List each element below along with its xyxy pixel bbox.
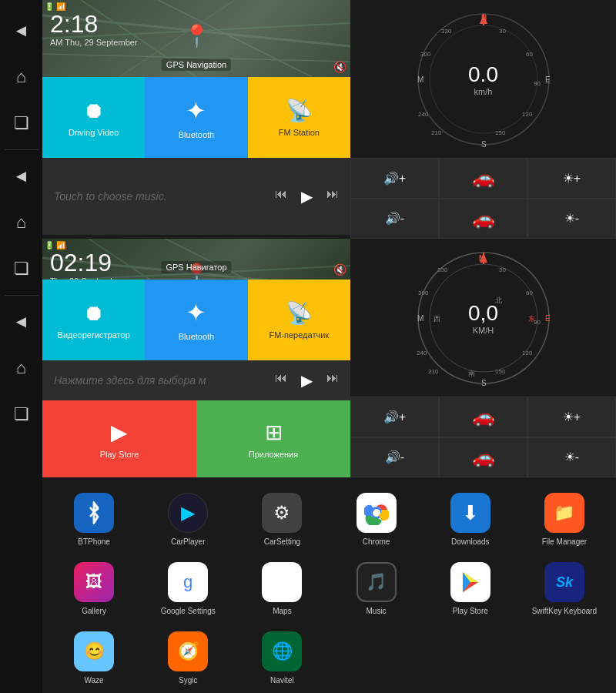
- app-grid-row-3: 😊 Waze 🧭 Sygic 🌐 Navitel: [50, 628, 608, 689]
- gps-map-1: 🔋📶 2:18 AM Thu, 29 September 📍 GPS Navig…: [42, 0, 350, 77]
- svg-text:西: 西: [434, 315, 440, 323]
- carsetting-label: CarSetting: [264, 537, 300, 547]
- car-icon-btn-3[interactable]: 🚗: [439, 397, 527, 437]
- swiftkey-icon: Sk: [544, 562, 584, 602]
- play-store-tile-2[interactable]: ▶ Play Store: [42, 400, 196, 477]
- sidebar-divider-1: [5, 149, 38, 150]
- svg-text:E: E: [545, 75, 551, 84]
- play-btn-2[interactable]: ▶: [301, 371, 313, 390]
- play-btn-1[interactable]: ▶: [301, 187, 313, 206]
- sidebar-home-btn-3[interactable]: ⌂: [0, 345, 42, 391]
- play-store-label-2: Play Store: [100, 450, 139, 459]
- clock-1: 2:18 AM Thu, 29 September: [50, 12, 138, 47]
- app-item-chrome[interactable]: Chrome: [332, 489, 420, 551]
- brightness-up-btn-1[interactable]: ☀+: [527, 158, 616, 199]
- app-item-playstore[interactable]: Play Store: [427, 558, 514, 620]
- apps-tile-2[interactable]: ⊞ Приложения: [196, 400, 350, 477]
- sidebar-recents-btn-2[interactable]: ❏: [0, 246, 42, 292]
- svg-text:300: 300: [420, 51, 431, 58]
- prev-btn-1[interactable]: ⏮: [275, 187, 287, 206]
- app-item-carplayer[interactable]: ▶ CarPlayer: [144, 489, 232, 551]
- speedometer-1: N E S M 30 60 90 120 150 330 300 240 210: [350, 0, 616, 158]
- app-item-sygic[interactable]: 🧭 Sygic: [144, 628, 232, 689]
- swiftkey-label: SwiftKey Keyboard: [532, 607, 598, 616]
- vol-down-btn-1[interactable]: 🔊-: [350, 199, 439, 239]
- svg-text:240: 240: [418, 111, 429, 118]
- vol-up-btn-1[interactable]: 🔊+: [350, 158, 439, 199]
- waze-icon: 😊: [74, 631, 114, 671]
- svg-text:330: 330: [437, 266, 448, 273]
- top-section: 🔋📶 2:18 AM Thu, 29 September 📍 GPS Navig…: [42, 0, 616, 239]
- app-grid-row-2: 🖼 Gallery g Google Settings 🗺 Maps: [50, 558, 608, 620]
- sidebar-home-btn-2[interactable]: ⌂: [0, 199, 42, 246]
- app-item-maps[interactable]: 🗺 Maps: [238, 558, 326, 620]
- music-controls-1: ⏮ ▶ ⏭: [275, 187, 339, 206]
- speed-value-2: 0,0: [468, 301, 498, 326]
- panel-2: 🔋📶 02:19 Thu, 29 September 📍 GPS Навигат…: [42, 239, 350, 477]
- svg-text:120: 120: [522, 350, 533, 357]
- brightness-down-btn-2[interactable]: ☀-: [527, 437, 616, 478]
- radio-icon-2: 📡: [286, 300, 313, 326]
- sidebar: ◄ ⌂ ❏ ◄ ⌂ ❏ ◄ ⌂ ❏: [0, 0, 42, 693]
- app-grid-row-1: BTPhone ▶ CarPlayer ⚙ CarSetting: [50, 489, 608, 551]
- apps-label-2: Приложения: [249, 450, 298, 459]
- sidebar-back-btn-1[interactable]: ◄: [0, 8, 42, 54]
- vol-down-btn-2[interactable]: 🔊-: [350, 437, 439, 478]
- app-item-carsetting[interactable]: ⚙ CarSetting: [238, 489, 326, 551]
- app-item-filemanager[interactable]: 📁 File Manager: [521, 489, 608, 551]
- sidebar-divider-2: [5, 295, 38, 296]
- panel-2-right: N E S M 北 东 南 西 30 60 90 120 150: [350, 239, 616, 477]
- svg-text:240: 240: [417, 350, 427, 357]
- brightness-down-btn-1[interactable]: ☀-: [527, 199, 616, 239]
- music-label: Music: [367, 607, 387, 616]
- bluetooth-label-2: Bluetooth: [179, 332, 214, 341]
- fm-station-tile[interactable]: 📡 FM Station: [248, 77, 350, 158]
- bluetooth-tile-2[interactable]: ✦ Bluetooth: [145, 280, 247, 360]
- next-btn-1[interactable]: ⏭: [326, 187, 339, 206]
- waze-label: Waze: [84, 676, 103, 685]
- svg-text:30: 30: [499, 266, 506, 273]
- vol-up-btn-2[interactable]: 🔊+: [350, 397, 439, 437]
- app-item-waze[interactable]: 😊 Waze: [50, 628, 138, 689]
- sidebar-recents-btn-1[interactable]: ❏: [0, 100, 42, 146]
- svg-text:S: S: [481, 140, 487, 149]
- bluetooth-tile-1[interactable]: ✦ Bluetooth: [145, 77, 247, 158]
- prev-btn-2[interactable]: ⏮: [275, 371, 287, 390]
- carsetting-icon: ⚙: [262, 493, 302, 533]
- app-item-navitel[interactable]: 🌐 Navitel: [238, 628, 326, 689]
- next-btn-2[interactable]: ⏭: [326, 371, 339, 390]
- svg-text:330: 330: [441, 28, 452, 35]
- fm-transmitter-tile[interactable]: 📡 FM-передатчик: [248, 280, 350, 360]
- playstore-label: Play Store: [453, 607, 488, 616]
- radio-icon: 📡: [286, 98, 313, 123]
- app-item-swiftkey[interactable]: Sk SwiftKey Keyboard: [521, 558, 608, 620]
- sidebar-back-btn-2[interactable]: ◄: [0, 153, 42, 199]
- app-item-googlesettings[interactable]: g Google Settings: [144, 558, 232, 620]
- brightness-up-btn-2[interactable]: ☀+: [527, 397, 616, 437]
- app-item-downloads[interactable]: ⬇ Downloads: [427, 489, 514, 551]
- map-background-2: 🔋📶 02:19 Thu, 29 September 📍 GPS Навигат…: [42, 239, 350, 280]
- apps-icon-2: ⊞: [265, 420, 283, 445]
- filemanager-label: File Manager: [542, 537, 587, 547]
- sidebar-recents-btn-3[interactable]: ❏: [0, 391, 42, 437]
- dashcam-tile[interactable]: ⏺ Видеорегистратор: [42, 280, 145, 360]
- driving-video-tile[interactable]: ⏺ Driving Video: [42, 77, 145, 158]
- app-tiles-row-2: ⏺ Видеорегистратор ✦ Bluetooth 📡 FM-пере…: [42, 280, 350, 360]
- gps-pin-icon-1: 📍: [183, 23, 210, 49]
- fm-transmitter-label: FM-передатчик: [270, 330, 330, 340]
- app-item-btphone[interactable]: BTPhone: [50, 489, 138, 551]
- car-icon-btn-2[interactable]: 🚗: [439, 199, 527, 239]
- main-content: 🔋📶 2:18 AM Thu, 29 September 📍 GPS Navig…: [42, 0, 616, 693]
- chrome-label: Chrome: [363, 537, 390, 547]
- car-icon-btn-1[interactable]: 🚗: [439, 158, 527, 199]
- sidebar-home-btn-1[interactable]: ⌂: [0, 54, 42, 100]
- chrome-icon: [357, 493, 397, 533]
- app-item-music[interactable]: 🎵 Music: [332, 558, 420, 620]
- mute-icon-1: 🔇: [333, 61, 346, 73]
- speed-unit-2: KM/H: [468, 326, 498, 335]
- car-icon-btn-4[interactable]: 🚗: [439, 437, 527, 478]
- app-item-gallery[interactable]: 🖼 Gallery: [50, 558, 138, 620]
- svg-text:300: 300: [418, 290, 429, 296]
- app-drawer: BTPhone ▶ CarPlayer ⚙ CarSetting: [42, 477, 616, 693]
- sidebar-back-btn-3[interactable]: ◄: [0, 299, 42, 345]
